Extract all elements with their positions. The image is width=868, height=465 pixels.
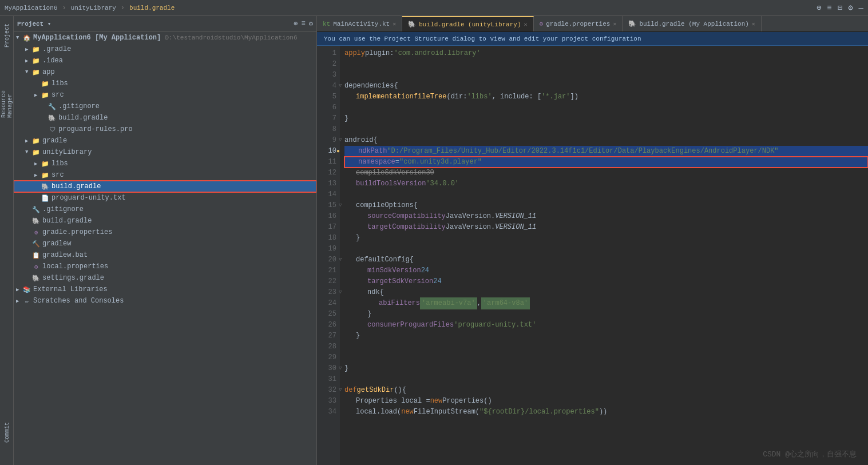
tree-item-gradle-root[interactable]: ▶ 📁 .gradle <box>14 43 316 55</box>
tree-item-unitylibrary[interactable]: ▼ 📁 unityLibrary <box>14 146 316 158</box>
commit-tab[interactable]: Commit <box>1 418 13 447</box>
collapse-tree-icon[interactable]: ≡ <box>302 19 306 28</box>
icon-external-libs: 📚 <box>23 285 31 293</box>
tree-item-gitignore-app[interactable]: 🔧 .gitignore <box>14 101 316 112</box>
breadcrumb-sep1: › <box>62 4 66 12</box>
tree-item-buildgradle-root[interactable]: 🐘 build.gradle <box>14 215 316 226</box>
ln-28: 28 <box>319 341 336 352</box>
tree-item-src[interactable]: ▶ 📁 src <box>14 89 316 101</box>
panel-toolbar: Project ▾ ⊕ ≡ ⚙ <box>14 16 316 32</box>
arrow-app: ▼ <box>25 69 32 75</box>
project-panel: Project ▾ ⊕ ≡ ⚙ ▼ 🏠 MyApplication6 [My A… <box>14 16 317 465</box>
arrow-scratches: ▶ <box>16 298 23 304</box>
tree-item-src2[interactable]: ▶ 📁 src <box>14 169 316 181</box>
breadcrumb-part2[interactable]: unityLibrary <box>71 5 116 11</box>
label-app: app <box>42 68 55 76</box>
tree-item-gradlew-bat[interactable]: 📋 gradlew.bat <box>14 249 316 261</box>
tree-item-scratches[interactable]: ▶ ✏ Scratches and Consoles <box>14 295 316 307</box>
tab-label-buildgradle-app: build.gradle (My Application) <box>639 21 748 27</box>
tree-item-proguard-unity[interactable]: 📄 proguard-unity.txt <box>14 192 316 204</box>
toolbar-icons: ⊕ ≡ ⊟ ⚙ — <box>817 3 863 13</box>
tree-item-gradle-folder[interactable]: ▶ 📁 gradle <box>14 135 316 146</box>
panel-title[interactable]: Project ▾ <box>17 20 51 27</box>
prop-ndkpath: ndkPath <box>358 146 387 157</box>
breadcrumb-part1[interactable]: MyApplication6 <box>5 5 57 11</box>
breadcrumb-active[interactable]: build.gradle <box>129 5 175 11</box>
code-editor[interactable]: 1 2 3 4 5 6 7 8 9 10 11 12 13 14 15 16 1 <box>317 46 868 465</box>
tab-bar: kt MainActivity.kt ✕ 🐘 build.gradle (uni… <box>317 16 868 32</box>
tree-item-root[interactable]: ▼ 🏠 MyApplication6 [My Application] D:\t… <box>14 32 316 43</box>
tab-close-buildgradle-app[interactable]: ✕ <box>752 21 755 27</box>
tree-item-gitignore-root[interactable]: 🔧 .gitignore <box>14 204 316 215</box>
tree-item-app[interactable]: ▼ 📁 app <box>14 66 316 78</box>
info-banner-text: You can use the Project Structure dialog… <box>324 35 641 42</box>
collapse-icon[interactable]: ⊟ <box>838 3 842 13</box>
target-icon[interactable]: ⊕ <box>817 3 821 13</box>
fold-23[interactable]: ▽ <box>339 289 342 297</box>
label-src2: src <box>51 171 64 179</box>
tab-buildgradle-unity[interactable]: 🐘 build.gradle (unityLibrary) ✕ <box>402 16 533 31</box>
tree-item-gradle-properties[interactable]: ⚙ gradle.properties <box>14 226 316 238</box>
ln-26: 26 <box>319 320 336 331</box>
tree-item-proguard-app[interactable]: 🛡 proguard-rules.pro <box>14 124 316 135</box>
ln-34: 34 <box>319 407 336 418</box>
tab-close-buildgradle-unity[interactable]: ✕ <box>524 21 528 28</box>
label-unitylibrary: unityLibrary <box>42 148 92 156</box>
icon-gradlew: 🔨 <box>32 240 40 248</box>
icon-scratches: ✏ <box>23 297 31 305</box>
tree-item-libs[interactable]: 📁 libs <box>14 78 316 89</box>
editor-area: kt MainActivity.kt ✕ 🐘 build.gradle (uni… <box>317 16 868 465</box>
tree-item-settings-gradle[interactable]: 🐘 settings.gradle <box>14 272 316 284</box>
top-breadcrumb-bar: MyApplication6 › unityLibrary › build.gr… <box>0 0 868 16</box>
settings-icon[interactable]: ⚙ <box>848 3 853 13</box>
code-line-32: ▽ def getSdkDir () { <box>344 385 868 396</box>
fold-30[interactable]: ▽ <box>339 365 342 373</box>
icon-proguard-app: 🛡 <box>48 125 56 133</box>
code-line-3 <box>344 70 868 81</box>
label-buildgradle-root: build.gradle <box>42 217 92 225</box>
tab-mainactivity[interactable]: kt MainActivity.kt ✕ <box>317 16 402 31</box>
tree-item-buildgradle-app[interactable]: 🐘 build.gradle <box>14 112 316 124</box>
code-line-18: } <box>344 233 868 244</box>
tab-close-gradle-props[interactable]: ✕ <box>613 21 616 27</box>
label-src: src <box>51 91 64 99</box>
icon-buildgradle-app: 🐘 <box>48 114 56 122</box>
tree-item-libs2[interactable]: ▶ 📁 libs <box>14 158 316 169</box>
watermark: CSDN @心之所向，自强不息 <box>763 449 857 459</box>
fold-32[interactable]: ▽ <box>339 387 342 395</box>
icon-local-properties: ⚙ <box>32 263 40 271</box>
close-panel-icon[interactable]: — <box>859 3 863 13</box>
icon-settings-gradle: 🐘 <box>32 274 40 282</box>
sync-icon[interactable]: ⊕ <box>294 19 298 28</box>
tree-item-gradlew[interactable]: 🔨 gradlew <box>14 238 316 249</box>
fold-15[interactable]: ▽ <box>339 202 342 210</box>
code-content[interactable]: apply plugin: 'com.android.library' ▽ de… <box>340 46 868 465</box>
fold-9[interactable]: ▽ <box>339 137 342 145</box>
icon-gradlew-bat: 📋 <box>32 251 40 259</box>
icon-buildgradle-unity: 🐘 <box>41 182 49 190</box>
icon-gradle-properties: ⚙ <box>32 228 40 236</box>
code-line-28 <box>344 341 868 352</box>
project-side-tab[interactable]: Project <box>1 18 13 53</box>
fold-20[interactable]: ▽ <box>339 256 342 264</box>
ln-22: 22 <box>319 276 336 287</box>
code-line-5: implementation fileTree (dir: 'libs' , i… <box>344 92 868 102</box>
ln-10: 10 <box>319 146 336 157</box>
fold-4[interactable]: ▽ <box>339 82 342 90</box>
ln-14: 14 <box>319 189 336 200</box>
ln-7: 7 <box>319 113 336 124</box>
tab-gradle-properties[interactable]: ⚙ gradle.properties ✕ <box>534 16 623 31</box>
tree-item-external-libs[interactable]: ▶ 📚 External Libraries <box>14 284 316 295</box>
align-icon[interactable]: ≡ <box>827 3 831 13</box>
icon-folder-gradle-folder: 📁 <box>32 137 40 145</box>
dots-icon[interactable]: ⚙ <box>309 19 313 28</box>
tab-buildgradle-app[interactable]: 🐘 build.gradle (My Application) ✕ <box>623 16 761 31</box>
tree-item-buildgradle-unity[interactable]: 🐘 build.gradle <box>14 181 316 192</box>
tree-item-local-properties[interactable]: ⚙ local.properties <box>14 261 316 272</box>
code-line-10: ● ndkPath "D:/Program_Files/Unity_Hub/Ed… <box>344 146 868 157</box>
tree-item-idea[interactable]: ▶ 📁 .idea <box>14 55 316 66</box>
tab-close-mainactivity[interactable]: ✕ <box>393 21 396 27</box>
resource-manager-tab[interactable]: Resource Manager <box>1 66 13 118</box>
panel-toolbar-icons: ⊕ ≡ ⚙ <box>294 19 313 28</box>
ln-17: 17 <box>319 222 336 233</box>
